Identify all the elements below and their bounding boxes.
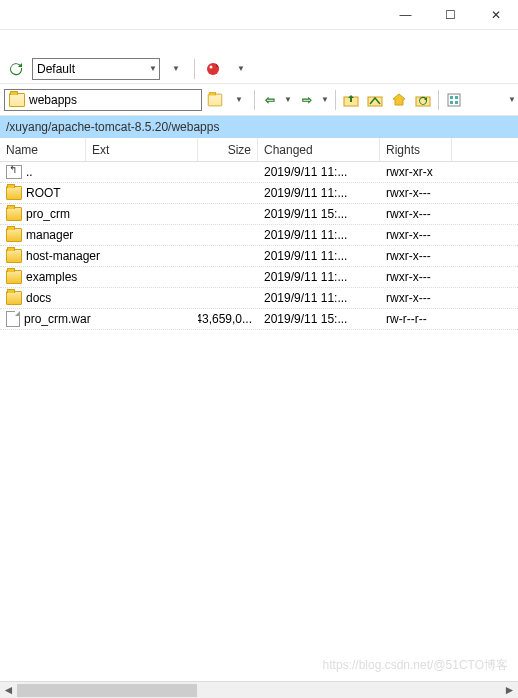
file-size: 43,659,0... bbox=[198, 309, 258, 329]
folder-icon bbox=[6, 207, 22, 221]
chevron-down-icon: ▼ bbox=[508, 95, 516, 104]
file-icon bbox=[6, 311, 20, 327]
minimize-button[interactable]: — bbox=[383, 0, 428, 30]
file-size bbox=[198, 183, 258, 203]
header-ext[interactable]: Ext bbox=[86, 138, 198, 161]
forward-menu-button[interactable]: ▼ bbox=[319, 89, 331, 111]
find-button[interactable] bbox=[443, 89, 465, 111]
file-changed: 2019/9/11 11:... bbox=[258, 183, 380, 203]
file-row[interactable]: manager2019/9/11 11:...rwxr-x--- bbox=[0, 225, 518, 246]
scroll-track[interactable] bbox=[17, 682, 501, 699]
close-button[interactable]: ✕ bbox=[473, 0, 518, 30]
app-menu-button[interactable]: ▼ bbox=[229, 57, 253, 81]
file-rights: rw-r--r-- bbox=[380, 309, 452, 329]
watermark: https://blog.csdn.net/@51CTO博客 bbox=[323, 657, 508, 674]
separator bbox=[254, 90, 255, 110]
file-name: pro_crm.war bbox=[24, 312, 91, 326]
file-name: .. bbox=[26, 165, 33, 179]
file-row[interactable]: ..2019/9/11 11:...rwxr-xr-x bbox=[0, 162, 518, 183]
file-changed: 2019/9/11 15:... bbox=[258, 309, 380, 329]
titlebar: — ☐ ✕ bbox=[0, 0, 518, 30]
file-rights: rwxr-x--- bbox=[380, 204, 452, 224]
folder-icon bbox=[6, 186, 22, 200]
file-row[interactable]: ROOT2019/9/11 11:...rwxr-x--- bbox=[0, 183, 518, 204]
refresh-dir-button[interactable] bbox=[412, 89, 434, 111]
scroll-thumb[interactable] bbox=[17, 684, 197, 697]
file-row[interactable]: pro_crm2019/9/11 15:...rwxr-x--- bbox=[0, 204, 518, 225]
file-size bbox=[198, 267, 258, 287]
file-changed: 2019/9/11 11:... bbox=[258, 225, 380, 245]
back-button[interactable]: ⇦ bbox=[259, 89, 281, 111]
path-text: /xuyang/apache-tomcat-8.5.20/webapps bbox=[6, 120, 219, 134]
horizontal-scrollbar[interactable]: ◄ ► bbox=[0, 681, 518, 698]
file-rights: rwxr-x--- bbox=[380, 225, 452, 245]
home-button[interactable] bbox=[388, 89, 410, 111]
separator bbox=[438, 90, 439, 110]
file-changed: 2019/9/11 11:... bbox=[258, 162, 380, 182]
file-size bbox=[198, 204, 258, 224]
app-icon[interactable] bbox=[201, 57, 225, 81]
location-label: webapps bbox=[29, 93, 77, 107]
file-row[interactable]: docs2019/9/11 11:...rwxr-x--- bbox=[0, 288, 518, 309]
refresh-icon[interactable] bbox=[4, 57, 28, 81]
back-menu-button[interactable]: ▼ bbox=[282, 89, 294, 111]
file-name: docs bbox=[26, 291, 51, 305]
file-list: ..2019/9/11 11:...rwxr-xr-xROOT2019/9/11… bbox=[0, 162, 518, 330]
file-rights: rwxr-xr-x bbox=[380, 162, 452, 182]
file-row[interactable]: pro_crm.war43,659,0...2019/9/11 15:...rw… bbox=[0, 309, 518, 330]
folder-icon bbox=[6, 291, 22, 305]
svg-rect-6 bbox=[450, 96, 453, 99]
file-rights: rwxr-x--- bbox=[380, 288, 452, 308]
file-rights: rwxr-x--- bbox=[380, 267, 452, 287]
file-row[interactable]: host-manager2019/9/11 11:...rwxr-x--- bbox=[0, 246, 518, 267]
header-name[interactable]: Name bbox=[0, 138, 86, 161]
file-changed: 2019/9/11 11:... bbox=[258, 246, 380, 266]
file-row[interactable]: examples2019/9/11 11:...rwxr-x--- bbox=[0, 267, 518, 288]
file-size bbox=[198, 225, 258, 245]
file-size bbox=[198, 162, 258, 182]
folder-open-icon bbox=[9, 93, 25, 107]
file-size bbox=[198, 246, 258, 266]
toolbar-session: Default ▼ ▼ ▼ bbox=[0, 54, 518, 84]
file-rights: rwxr-x--- bbox=[380, 183, 452, 203]
maximize-button[interactable]: ☐ bbox=[428, 0, 473, 30]
separator bbox=[194, 59, 195, 79]
file-name: pro_crm bbox=[26, 207, 70, 221]
parent-dir-button[interactable] bbox=[340, 89, 362, 111]
svg-point-1 bbox=[210, 65, 213, 68]
file-changed: 2019/9/11 15:... bbox=[258, 204, 380, 224]
root-dir-button[interactable] bbox=[364, 89, 386, 111]
svg-rect-7 bbox=[455, 96, 458, 99]
svg-rect-5 bbox=[448, 94, 460, 106]
path-bar[interactable]: /xuyang/apache-tomcat-8.5.20/webapps bbox=[0, 116, 518, 138]
header-changed[interactable]: Changed bbox=[258, 138, 380, 161]
file-size bbox=[198, 288, 258, 308]
file-changed: 2019/9/11 11:... bbox=[258, 288, 380, 308]
file-name: manager bbox=[26, 228, 73, 242]
header-rights[interactable]: Rights bbox=[380, 138, 452, 161]
folder-icon bbox=[6, 270, 22, 284]
file-name: host-manager bbox=[26, 249, 100, 263]
file-rights: rwxr-x--- bbox=[380, 246, 452, 266]
column-headers: Name Ext Size Changed Rights bbox=[0, 138, 518, 162]
file-name: examples bbox=[26, 270, 77, 284]
profile-dropdown[interactable]: Default ▼ bbox=[32, 58, 160, 80]
header-size[interactable]: Size bbox=[198, 138, 258, 161]
folder-menu-button[interactable]: ▼ bbox=[228, 89, 250, 111]
profile-dropdown-label: Default bbox=[37, 62, 75, 76]
toolbar-navigation: webapps ▼ ▼ ⇦ ▼ ⇨ ▼ bbox=[0, 84, 518, 116]
chevron-down-icon: ▼ bbox=[149, 64, 157, 73]
separator bbox=[335, 90, 336, 110]
scroll-right-button[interactable]: ► bbox=[501, 682, 518, 699]
scroll-left-button[interactable]: ◄ bbox=[0, 682, 17, 699]
file-changed: 2019/9/11 11:... bbox=[258, 267, 380, 287]
profile-menu-button[interactable]: ▼ bbox=[164, 57, 188, 81]
svg-rect-9 bbox=[455, 101, 458, 104]
location-box[interactable]: webapps ▼ bbox=[4, 89, 202, 111]
file-name: ROOT bbox=[26, 186, 61, 200]
up-dir-icon bbox=[6, 165, 22, 179]
nav-forward-group: ⇨ ▼ bbox=[296, 89, 331, 111]
folder-icon bbox=[6, 249, 22, 263]
forward-button[interactable]: ⇨ bbox=[296, 89, 318, 111]
open-folder-button[interactable] bbox=[204, 89, 226, 111]
